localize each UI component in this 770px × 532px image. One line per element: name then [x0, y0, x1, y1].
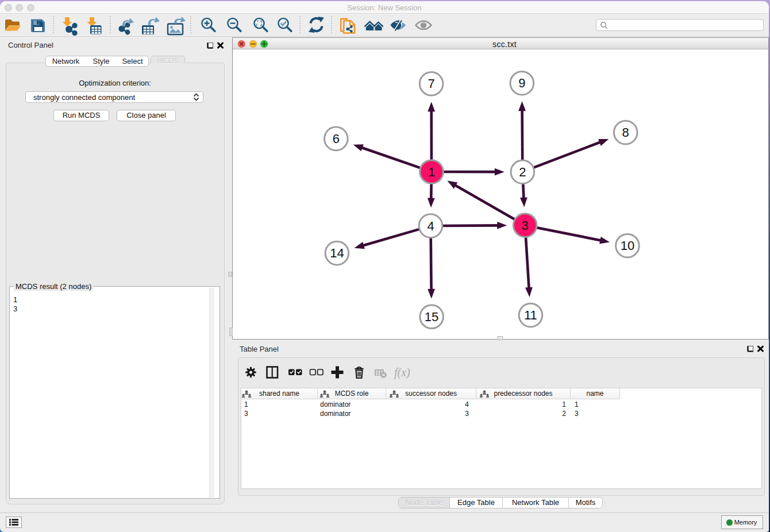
svg-text:6: 6 — [333, 132, 340, 146]
svg-text:3: 3 — [522, 218, 529, 233]
svg-text:11: 11 — [524, 308, 537, 322]
svg-text:14: 14 — [330, 246, 344, 260]
svg-text:8: 8 — [622, 125, 629, 140]
svg-text:9: 9 — [518, 76, 525, 90]
svg-text:f(x): f(x) — [394, 366, 410, 379]
svg-text:4: 4 — [427, 219, 434, 233]
svg-text:10: 10 — [621, 238, 634, 253]
svg-text:1: 1 — [428, 165, 435, 179]
svg-text:7: 7 — [428, 76, 434, 91]
svg-text:15: 15 — [425, 310, 438, 324]
svg-text:2: 2 — [519, 165, 526, 179]
